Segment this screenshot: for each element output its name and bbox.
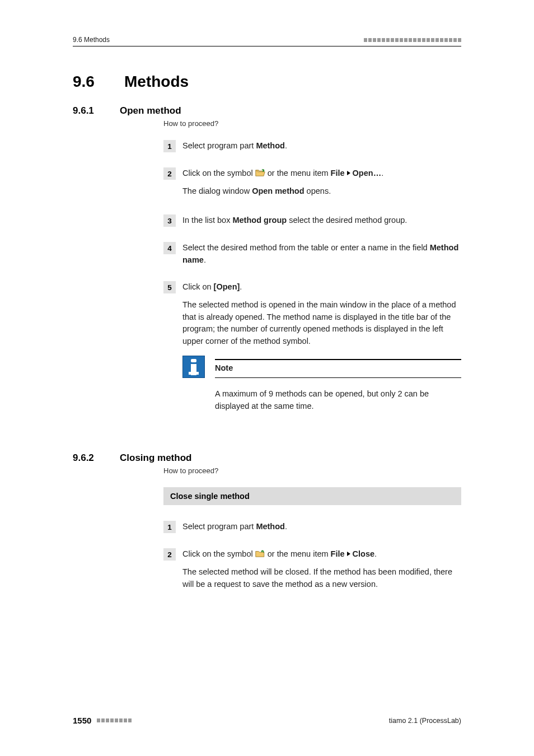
note-box: Note A maximum of 9 methods can be opene… <box>182 356 461 413</box>
step-after-text: The selected method is opened in the mai… <box>182 299 461 348</box>
running-header-left: 9.6 Methods <box>73 36 110 44</box>
step-text: Click on [Open]. <box>182 281 461 293</box>
header-decoration <box>364 38 461 42</box>
step-text: Select the desired method from the table… <box>182 242 461 267</box>
subsection-number: 9.6.1 <box>73 105 104 116</box>
step-number: 5 <box>163 281 176 293</box>
step-number: 2 <box>163 548 176 561</box>
note-title: Note <box>215 363 233 372</box>
open-folder-icon <box>255 169 265 177</box>
step-number: 1 <box>163 521 176 533</box>
subsection-title: Open method <box>120 105 181 116</box>
step-item: 1 Select program part Method. <box>163 521 461 539</box>
howto-label: How to proceed? <box>163 119 218 128</box>
step-item: 4 Select the desired method from the tab… <box>163 242 461 272</box>
step-text: In the list box Method group select the … <box>182 214 461 227</box>
step-number: 3 <box>163 214 176 227</box>
step-text: Click on the symbol or the menu item Fil… <box>182 548 461 561</box>
footer-product: tiamo 2.1 (ProcessLab) <box>389 717 461 725</box>
step-after-text: The dialog window Open method opens. <box>182 185 461 198</box>
subsection-title: Closing method <box>120 452 191 464</box>
step-number: 1 <box>163 140 176 152</box>
step-number: 4 <box>163 242 176 254</box>
step-item: 2 Click on the symbol or the menu item F… <box>163 167 461 203</box>
step-item: 5 Click on [Open]. The selected method i… <box>163 281 461 412</box>
note-text: A maximum of 9 methods can be opened, bu… <box>215 388 461 413</box>
step-text: Click on the symbol or the menu item Fil… <box>182 167 461 180</box>
menu-separator-icon <box>347 552 350 556</box>
step-text: Select program part Method. <box>182 140 461 152</box>
step-number: 2 <box>163 167 176 180</box>
page-number: 1550 <box>73 716 91 725</box>
step-item: 2 Click on the symbol or the menu item F… <box>163 548 461 596</box>
section-number: 9.6 <box>73 73 104 91</box>
procedure-heading-bar: Close single method <box>163 487 461 505</box>
menu-separator-icon <box>347 171 350 175</box>
step-after-text: The selected method will be closed. If t… <box>182 566 461 591</box>
section-title: Methods <box>124 73 189 91</box>
step-item: 1 Select program part Method. <box>163 140 461 158</box>
step-text: Select program part Method. <box>182 521 461 533</box>
subsection-number: 9.6.2 <box>73 452 104 464</box>
footer-decoration <box>97 718 132 722</box>
header-rule <box>73 46 461 46</box>
close-folder-icon <box>255 550 265 558</box>
step-item: 3 In the list box Method group select th… <box>163 214 461 232</box>
howto-label: How to proceed? <box>163 466 218 475</box>
info-icon <box>182 356 205 378</box>
